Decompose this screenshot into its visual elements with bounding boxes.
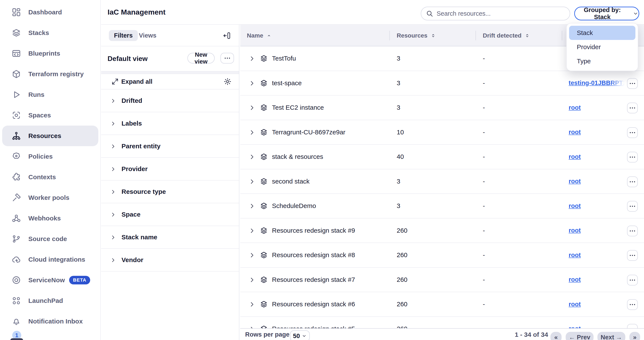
row-expand-chevron-icon[interactable] — [248, 129, 256, 136]
stack-name: test-space — [272, 71, 302, 95]
new-view-button[interactable]: New view — [188, 53, 215, 64]
sidebar-item-resources[interactable]: Resources — [2, 126, 98, 146]
space-link[interactable]: root — [569, 292, 581, 316]
row-expand-chevron-icon[interactable] — [248, 55, 256, 62]
filter-group-labels[interactable]: Labels — [101, 112, 239, 135]
collapse-panel-icon[interactable] — [223, 32, 231, 40]
space-link[interactable]: root — [569, 194, 581, 218]
space-link[interactable]: root — [569, 120, 581, 144]
sidebar-item-launchpad[interactable]: LaunchPad — [2, 290, 98, 311]
expand-all-label[interactable]: Expand all — [121, 74, 152, 89]
filter-group-stack-name[interactable]: Stack name — [101, 226, 239, 249]
prev-page-button[interactable]: ← Prev — [566, 332, 594, 340]
table-row: Resources redesign stack #7 260 - root — [240, 268, 644, 292]
row-menu-button[interactable] — [627, 299, 638, 310]
filter-group-parent-entity[interactable]: Parent entity — [101, 135, 239, 158]
row-menu-button[interactable] — [627, 250, 638, 261]
filter-group-vendor[interactable]: Vendor — [101, 249, 239, 272]
resources-count: 260 — [397, 218, 408, 242]
column-header-name[interactable]: Name — [247, 25, 272, 46]
row-expand-chevron-icon[interactable] — [248, 154, 256, 160]
row-menu-button[interactable] — [627, 152, 638, 162]
grouped-by-button[interactable]: Grouped by: Stack — [574, 7, 639, 20]
row-menu-button[interactable] — [627, 201, 638, 212]
sidebar-item-terraform-registry[interactable]: Terraform registry — [2, 64, 98, 84]
resources-count: 260 — [397, 317, 408, 328]
space-link[interactable]: root — [569, 169, 581, 194]
row-menu-button[interactable] — [627, 127, 638, 138]
space-link[interactable]: testing-01JBBRPT2AN — [569, 71, 626, 95]
tab-views[interactable]: Views — [139, 30, 156, 41]
sidebar-item-dashboard[interactable]: Dashboard — [2, 2, 98, 22]
sidebar-item-contexts[interactable]: Contexts — [2, 167, 98, 188]
sort-both-icon — [430, 33, 436, 38]
row-expand-chevron-icon[interactable] — [248, 227, 256, 234]
sidebar-item-source-code[interactable]: Source code — [2, 228, 98, 249]
row-expand-chevron-icon[interactable] — [248, 252, 256, 259]
filter-group-resource-type[interactable]: Resource type — [101, 180, 239, 203]
tab-filters[interactable]: Filters — [109, 30, 138, 41]
row-menu-button[interactable] — [627, 275, 638, 286]
stack-icon — [260, 128, 268, 136]
next-page-button[interactable]: Next → — [598, 332, 625, 340]
first-page-button[interactable]: « — [550, 332, 562, 340]
column-header-drift[interactable]: Drift detected — [483, 25, 530, 46]
sidebar-item-cloud-integrations[interactable]: Cloud integrations — [2, 249, 98, 270]
drift-value: - — [483, 292, 485, 316]
filter-group-space[interactable]: Space — [101, 203, 239, 226]
row-expand-chevron-icon[interactable] — [248, 178, 256, 185]
filter-group-drifted[interactable]: Drifted — [101, 90, 239, 112]
space-link[interactable]: root — [569, 317, 581, 328]
search-input[interactable] — [437, 10, 565, 17]
sidebar-item-label: Stacks — [28, 29, 49, 36]
gear-icon[interactable] — [224, 78, 232, 86]
sidebar-item-blueprints[interactable]: Blueprints — [2, 43, 98, 64]
column-label: Resources — [397, 32, 428, 39]
row-expand-chevron-icon[interactable] — [248, 104, 256, 111]
space-link[interactable]: root — [569, 96, 581, 120]
stack-icon — [260, 104, 268, 112]
sidebar-item-worker-pools[interactable]: Worker pools — [2, 188, 98, 208]
space-link[interactable]: root — [569, 268, 581, 292]
space-link[interactable]: root — [569, 243, 581, 267]
sidebar-item-spaces[interactable]: Spaces — [2, 105, 98, 126]
sidebar-item-runs[interactable]: Runs — [2, 84, 98, 105]
sidebar-item-label: Webhooks — [28, 215, 61, 222]
row-menu-button[interactable] — [627, 78, 638, 89]
chevron-right-icon — [110, 144, 116, 150]
filter-group-provider[interactable]: Provider — [101, 158, 239, 180]
sidebar-item-servicenow[interactable]: ServiceNow BETA — [2, 270, 98, 290]
spaces-icon — [12, 110, 21, 120]
group-menu-item-provider[interactable]: Provider — [569, 40, 636, 54]
row-menu-button[interactable] — [627, 226, 638, 236]
group-menu-item-type[interactable]: Type — [569, 54, 636, 68]
row-expand-chevron-icon[interactable] — [248, 80, 256, 87]
row-menu-button[interactable] — [627, 176, 638, 187]
servicenow-icon — [12, 276, 21, 285]
avatar[interactable] — [10, 338, 23, 340]
expand-all-icon[interactable] — [111, 78, 119, 86]
row-expand-chevron-icon[interactable] — [248, 301, 256, 308]
space-link[interactable]: root — [569, 218, 581, 242]
ellipsis-icon — [629, 104, 636, 112]
sidebar-item-webhooks[interactable]: Webhooks — [2, 208, 98, 228]
sidebar-item-label: ServiceNow — [28, 276, 65, 284]
row-expand-chevron-icon[interactable] — [248, 203, 256, 210]
rows-per-page-select[interactable]: 50 — [290, 330, 310, 340]
row-menu-button[interactable] — [627, 102, 638, 113]
view-menu-button[interactable] — [220, 53, 234, 64]
view-name: Default view — [108, 46, 148, 71]
column-header-resources[interactable]: Resources — [397, 25, 436, 46]
row-menu-button[interactable] — [627, 324, 638, 328]
sidebar-item-notification-inbox[interactable]: Notification Inbox — [2, 311, 98, 332]
row-expand-chevron-icon[interactable] — [248, 326, 256, 328]
sidebar-item-policies[interactable]: Policies — [2, 146, 98, 167]
row-expand-chevron-icon[interactable] — [248, 276, 256, 283]
sidebar-item-stacks[interactable]: Stacks — [2, 22, 98, 43]
sidebar-nav-list: Dashboard Stacks Blueprints Terraform re… — [2, 2, 98, 332]
group-menu-item-stack[interactable]: Stack — [569, 26, 636, 40]
last-page-button[interactable]: » — [630, 332, 640, 340]
table-row: Resources redesign stack #6 260 - root — [240, 292, 644, 317]
search-box[interactable] — [421, 7, 570, 20]
space-link[interactable]: root — [569, 145, 581, 169]
